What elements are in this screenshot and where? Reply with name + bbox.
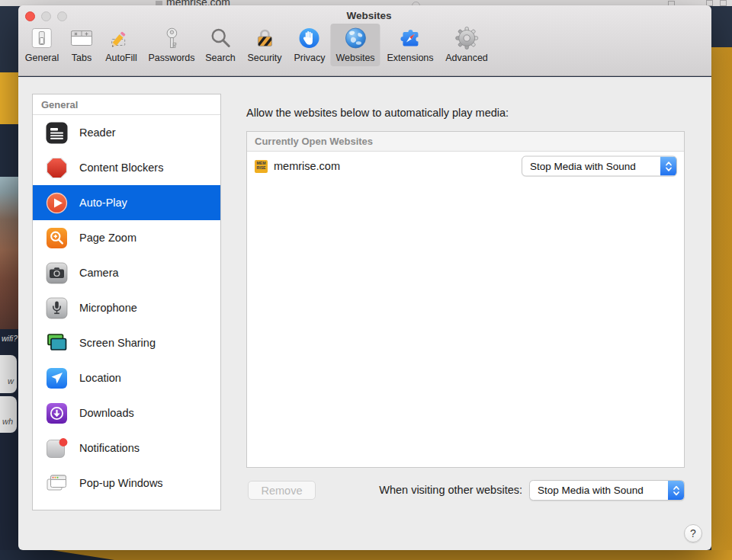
search-icon — [208, 26, 233, 50]
sidebar-item-downloads[interactable]: Downloads — [33, 395, 220, 430]
close-button[interactable] — [25, 11, 35, 21]
sidebar-item-screen-sharing[interactable]: Screen Sharing — [33, 325, 220, 360]
page-zoom-icon — [45, 226, 69, 250]
other-websites-dropdown[interactable]: Stop Media with Sound — [529, 480, 685, 501]
sidebar-item-label: Page Zoom — [79, 232, 136, 244]
sidebar-item-label: Content Blockers — [79, 162, 163, 174]
toolbar-item-autofill[interactable]: AutoFill — [100, 24, 143, 66]
sidebar-header: General — [33, 94, 220, 115]
site-name: memrise.com — [274, 160, 340, 172]
security-lock-icon — [252, 26, 277, 50]
toolbar-item-general[interactable]: General — [20, 24, 64, 66]
background-card: wh — [0, 396, 17, 433]
dropdown-stepper-icon — [668, 481, 684, 500]
sidebar-item-page-zoom[interactable]: Page Zoom — [33, 220, 220, 255]
toolbar-item-label: Extensions — [387, 53, 433, 63]
content-blockers-icon — [45, 156, 69, 180]
downloads-icon — [45, 402, 69, 425]
toolbar-item-label: Tabs — [72, 53, 92, 63]
toolbar-item-label: Websites — [336, 53, 374, 63]
sidebar-item-label: Pop-up Windows — [79, 477, 163, 489]
sidebar-item-location[interactable]: Location — [33, 360, 220, 395]
toolbar-item-label: Security — [247, 53, 281, 63]
sidebar-item-auto-play[interactable]: Auto-Play — [33, 185, 220, 220]
background-window-button — [720, 0, 727, 6]
notifications-icon — [45, 437, 69, 460]
minimize-button[interactable] — [41, 11, 51, 21]
toolbar-item-label: Advanced — [445, 53, 488, 63]
toolbar-item-security[interactable]: Security — [242, 24, 287, 66]
sidebar: General Reader Content Blockers Auto-Pla… — [32, 94, 221, 510]
websites-globe-icon — [343, 26, 368, 50]
websites-pane: General Reader Content Blockers Auto-Pla… — [18, 77, 711, 550]
sidebar-item-label: Screen Sharing — [79, 337, 156, 349]
sidebar-item-reader[interactable]: Reader — [33, 115, 220, 150]
background-card-text: w — [8, 376, 14, 386]
dropdown-value: Stop Media with Sound — [522, 161, 660, 172]
sidebar-item-label: Reader — [79, 126, 116, 139]
table-header: Currently Open Websites — [247, 132, 684, 152]
sidebar-item-notifications[interactable]: Notifications — [33, 430, 220, 466]
extensions-puzzle-icon — [398, 26, 422, 50]
background-page-text: wifi? — [2, 334, 18, 343]
sidebar-item-label: Auto-Play — [79, 197, 127, 209]
remove-button[interactable]: Remove — [248, 481, 316, 500]
sidebar-item-microphone[interactable]: Microphone — [33, 290, 220, 325]
toolbar-item-advanced[interactable]: Advanced — [440, 24, 493, 66]
general-icon — [30, 26, 54, 50]
when-visiting-label: When visiting other websites: — [379, 484, 522, 496]
titlebar-toolbar: Websites General Tabs AutoFill Passwords… — [18, 5, 711, 76]
background-page-bottom-strip — [0, 550, 732, 560]
auto-play-icon — [45, 191, 69, 215]
sidebar-item-popup-windows[interactable]: Pop-up Windows — [33, 466, 220, 501]
site-policy-dropdown[interactable]: Stop Media with Sound — [522, 156, 677, 177]
toolbar-item-search[interactable]: Search — [200, 24, 241, 66]
memrise-favicon: MEM RISE — [255, 160, 268, 173]
preferences-window: Websites General Tabs AutoFill Passwords… — [18, 5, 711, 550]
sidebar-item-label: Downloads — [79, 407, 134, 419]
toolbar-item-passwords[interactable]: Passwords — [143, 24, 200, 66]
toolbar-item-label: Search — [205, 53, 236, 63]
favicon-text-bottom: RISE — [256, 166, 265, 171]
background-page-left-strip: wifi? w wh — [0, 6, 18, 560]
background-navy-block — [0, 6, 18, 72]
privacy-hand-icon — [297, 26, 322, 50]
websites-table: Currently Open Websites MEM RISE memrise… — [246, 131, 685, 468]
background-amber-block — [0, 72, 18, 124]
toolbar-item-websites[interactable]: Websites — [330, 24, 380, 66]
toolbar-item-privacy[interactable]: Privacy — [289, 24, 331, 66]
background-navy-block — [711, 6, 732, 47]
window-title: Websites — [346, 10, 391, 21]
toolbar-item-extensions[interactable]: Extensions — [381, 24, 438, 66]
advanced-gear-icon — [454, 26, 479, 50]
zoom-button[interactable] — [57, 11, 67, 21]
background-card-text: wh — [2, 417, 13, 426]
location-icon — [45, 366, 69, 390]
autofill-icon — [109, 26, 133, 50]
passwords-key-icon — [159, 26, 184, 50]
popup-windows-icon — [45, 472, 69, 495]
toolbar-item-label: Privacy — [294, 53, 326, 63]
toolbar-item-label: Passwords — [148, 53, 194, 63]
reader-icon — [45, 121, 69, 145]
table-row[interactable]: MEM RISE memrise.com Stop Media with Sou… — [247, 152, 684, 181]
sidebar-item-label: Camera — [79, 267, 119, 279]
background-navy-wedge — [0, 550, 114, 560]
sidebar-item-camera[interactable]: Camera — [33, 255, 220, 290]
tabs-icon — [69, 26, 94, 50]
auto-play-description: Allow the websites below to automaticall… — [246, 107, 509, 119]
help-button[interactable]: ? — [684, 524, 702, 542]
dropdown-stepper-icon — [660, 157, 676, 176]
toolbar-item-label: AutoFill — [105, 53, 137, 63]
background-card: w — [0, 355, 17, 393]
sidebar-item-content-blockers[interactable]: Content Blockers — [33, 150, 220, 185]
screen-sharing-icon — [45, 331, 69, 355]
background-navy-block — [0, 124, 18, 177]
toolbar-item-tabs[interactable]: Tabs — [64, 24, 99, 66]
microphone-icon — [45, 296, 69, 320]
dropdown-value: Stop Media with Sound — [530, 485, 668, 496]
background-photo-sliver — [0, 177, 18, 329]
sidebar-item-label: Location — [79, 372, 121, 384]
toolbar-item-label: General — [25, 53, 59, 63]
sidebar-item-label: Microphone — [79, 302, 137, 314]
